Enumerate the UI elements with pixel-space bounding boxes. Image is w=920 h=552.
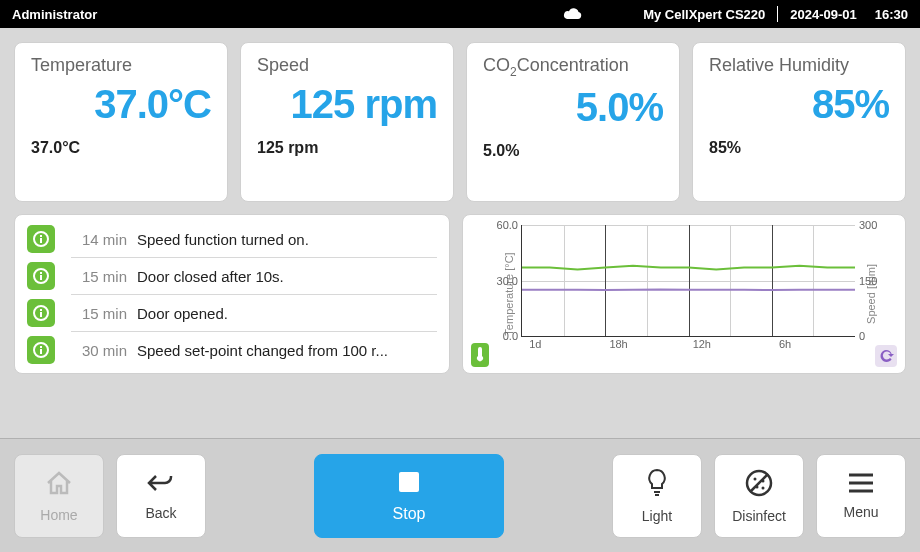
button-label: Light — [642, 508, 672, 524]
ytick-left: 60.0 — [497, 219, 522, 231]
event-message: Door opened. — [137, 305, 437, 322]
home-button: Home — [14, 454, 104, 538]
button-label: Stop — [393, 505, 426, 523]
chart-ylabel-right: Speed [rpm] — [865, 264, 877, 324]
back-icon — [146, 471, 176, 499]
svg-rect-8 — [40, 309, 42, 311]
svg-rect-4 — [40, 275, 42, 280]
xtick: 18h — [609, 336, 627, 350]
button-label: Back — [145, 505, 176, 521]
info-icon — [27, 225, 55, 253]
back-button[interactable]: Back — [116, 454, 206, 538]
card-title: Relative Humidity — [709, 55, 889, 76]
info-icon — [27, 299, 55, 327]
status-time: 16:30 — [869, 7, 908, 22]
xtick: 6h — [779, 336, 791, 350]
xtick: 12h — [693, 336, 711, 350]
chart-plot-area: 0.0 30.0 60.0 0 150 300 1d — [521, 225, 855, 337]
card-temperature[interactable]: Temperature 37.0°C 37.0°C — [14, 42, 228, 202]
status-date: 2024-09-01 — [778, 7, 869, 22]
refresh-icon — [875, 345, 897, 367]
event-message: Door closed after 10s. — [137, 268, 437, 285]
info-icon — [27, 336, 55, 364]
device-name: My CellXpert CS220 — [643, 7, 777, 22]
menu-button[interactable]: Menu — [816, 454, 906, 538]
card-value: 85% — [709, 82, 889, 127]
card-title: Temperature — [31, 55, 211, 76]
svg-rect-10 — [40, 349, 42, 354]
button-label: Home — [40, 507, 77, 523]
ytick-left: 0.0 — [503, 330, 522, 342]
event-time: 15 min — [67, 268, 127, 285]
ytick-right: 150 — [855, 275, 877, 287]
svg-point-16 — [762, 479, 765, 482]
event-message: Speed set-point changed from 100 r... — [137, 342, 437, 359]
card-speed[interactable]: Speed 125 rpm 125 rpm — [240, 42, 454, 202]
bulb-icon — [645, 468, 669, 502]
chart-ylabel-left: Temperature [°C] — [503, 252, 515, 335]
svg-rect-2 — [40, 235, 42, 237]
event-message: Speed function turned on. — [137, 231, 437, 248]
event-row: 14 min Speed function turned on. — [15, 221, 449, 257]
status-bar: Administrator My CellXpert CS220 2024-09… — [0, 0, 920, 28]
card-setpoint: 37.0°C — [31, 139, 211, 157]
ytick-right: 0 — [855, 330, 865, 342]
disinfect-button[interactable]: Disinfect — [714, 454, 804, 538]
ytick-left: 30.0 — [497, 275, 522, 287]
thermometer-icon — [471, 343, 489, 367]
event-time: 30 min — [67, 342, 127, 359]
svg-point-15 — [754, 477, 757, 480]
light-button[interactable]: Light — [612, 454, 702, 538]
event-row: 15 min Door closed after 10s. — [15, 258, 449, 294]
metric-cards-row: Temperature 37.0°C 37.0°C Speed 125 rpm … — [14, 42, 906, 202]
card-value: 37.0°C — [31, 82, 211, 127]
button-label: Menu — [843, 504, 878, 520]
card-humidity[interactable]: Relative Humidity 85% 85% — [692, 42, 906, 202]
bottom-toolbar: Home Back Stop Light Disinfect Menu — [0, 438, 920, 552]
info-icon — [27, 262, 55, 290]
button-label: Disinfect — [732, 508, 786, 524]
stop-icon — [396, 469, 422, 499]
event-log[interactable]: 14 min Speed function turned on. 15 min … — [14, 214, 450, 374]
chart-lines — [522, 225, 855, 336]
card-setpoint: 5.0% — [483, 142, 663, 160]
trend-chart[interactable]: Temperature [°C] Speed [rpm] 0.0 30.0 60… — [462, 214, 906, 374]
svg-rect-7 — [40, 312, 42, 317]
svg-rect-5 — [40, 272, 42, 274]
svg-line-14 — [750, 474, 768, 492]
card-value: 125 rpm — [257, 82, 437, 127]
event-time: 14 min — [67, 231, 127, 248]
card-value: 5.0% — [483, 85, 663, 130]
card-title: CO2Concentration — [483, 55, 663, 79]
card-title: Speed — [257, 55, 437, 76]
menu-icon — [847, 472, 875, 498]
card-setpoint: 125 rpm — [257, 139, 437, 157]
svg-point-17 — [756, 485, 759, 488]
event-row: 15 min Door opened. — [15, 295, 449, 331]
svg-rect-1 — [40, 238, 42, 243]
cloud-icon — [563, 6, 583, 23]
xtick: 1d — [529, 336, 541, 350]
home-icon — [44, 469, 74, 501]
current-user: Administrator — [12, 7, 97, 22]
disinfect-icon — [744, 468, 774, 502]
event-row: 30 min Speed set-point changed from 100 … — [15, 332, 449, 368]
card-setpoint: 85% — [709, 139, 889, 157]
event-time: 15 min — [67, 305, 127, 322]
ytick-right: 300 — [855, 219, 877, 231]
card-co2[interactable]: CO2Concentration 5.0% 5.0% — [466, 42, 680, 202]
stop-button[interactable]: Stop — [314, 454, 504, 538]
svg-point-18 — [762, 486, 765, 489]
svg-rect-12 — [399, 472, 419, 492]
svg-rect-11 — [40, 346, 42, 348]
